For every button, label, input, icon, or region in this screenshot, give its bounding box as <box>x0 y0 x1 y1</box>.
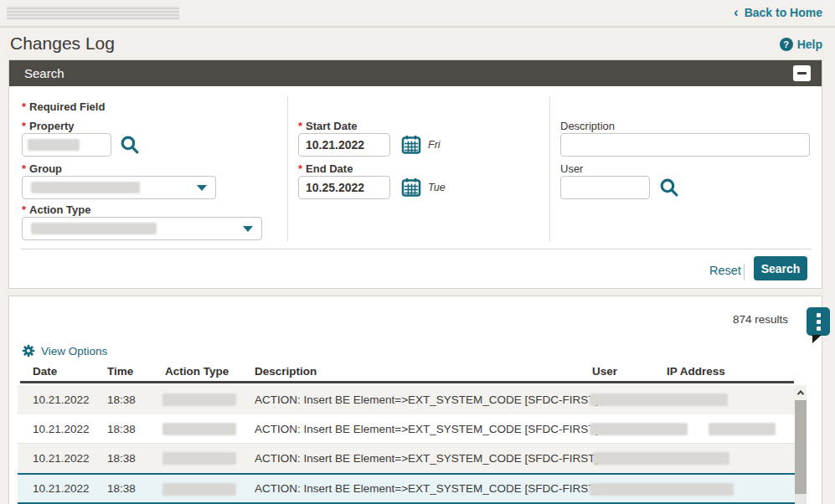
table-scrollbar[interactable] <box>795 385 807 504</box>
redacted-action-type <box>162 393 236 406</box>
kebab-menu-icon <box>817 313 821 317</box>
required-asterisk-icon: * <box>22 100 26 113</box>
view-options-label: View Options <box>41 345 107 357</box>
search-button[interactable]: Search <box>754 256 807 280</box>
cell-time: 18:38 <box>107 444 136 473</box>
results-panel: 874 results View Options Date Time Actio… <box>8 296 822 504</box>
scroll-up-button[interactable] <box>795 385 807 400</box>
group-label: *Group <box>22 162 62 175</box>
column-divider <box>287 96 288 241</box>
column-header-time: Time <box>107 365 133 378</box>
required-asterisk-icon: * <box>22 162 26 175</box>
cell-date: 10.21.2022 <box>33 385 90 414</box>
user-label: User <box>560 162 583 175</box>
redacted-group-value <box>31 182 140 193</box>
scrollbar-thumb[interactable] <box>795 400 807 494</box>
redacted-breadcrumb <box>7 6 179 20</box>
description-input[interactable] <box>560 133 810 157</box>
action-type-label: *Action Type <box>22 203 91 216</box>
redacted-user-ip <box>590 483 734 496</box>
back-to-home-link[interactable]: ‹ Back to Home <box>734 6 822 19</box>
cell-time: 18:38 <box>107 414 136 443</box>
redacted-user-ip <box>590 393 728 406</box>
property-input[interactable] <box>22 133 111 157</box>
collapse-panel-button[interactable] <box>793 65 811 81</box>
page-title: Changes Log <box>10 33 115 54</box>
search-icon <box>658 177 679 198</box>
column-header-date: Date <box>33 365 57 378</box>
view-options-button[interactable]: View Options <box>22 344 107 357</box>
column-header-user: User <box>592 365 617 378</box>
end-date-label: *End Date <box>298 162 353 175</box>
required-asterisk-icon: * <box>298 120 302 132</box>
back-to-home-label: Back to Home <box>745 6 822 19</box>
required-asterisk-icon: * <box>22 120 26 132</box>
required-asterisk-icon: * <box>22 203 26 216</box>
panel-actions-button[interactable] <box>807 307 830 336</box>
column-header-ip-address: IP Address <box>667 365 725 378</box>
button-row-divider <box>21 249 812 249</box>
table-row[interactable]: 10.21.2022 18:38 ACTION: Insert BE Eleme… <box>18 414 795 444</box>
table-row[interactable]: 10.21.2022 18:38 ACTION: Insert BE Eleme… <box>18 385 795 414</box>
redacted-user <box>590 423 688 435</box>
start-date-input[interactable] <box>298 133 390 157</box>
search-panel: Search *Required Field *Property *Group … <box>8 59 822 289</box>
property-search-button[interactable] <box>119 134 140 155</box>
end-date-input[interactable] <box>298 176 390 199</box>
help-label: Help <box>797 38 822 51</box>
redacted-user-ip <box>593 452 729 465</box>
column-divider <box>549 96 550 241</box>
results-count: 874 results <box>733 313 788 326</box>
cell-date: 10.21.2022 <box>33 475 90 502</box>
help-icon: ? <box>780 38 793 51</box>
top-bar: ‹ Back to Home <box>0 0 835 28</box>
redacted-action-type <box>162 483 236 496</box>
start-date-weekday: Fri <box>428 139 441 151</box>
table-row[interactable]: 10.21.2022 18:38 ACTION: Insert BE Eleme… <box>18 444 795 473</box>
chevron-down-icon <box>243 226 253 232</box>
panel-actions-tail <box>812 335 822 343</box>
button-separator <box>744 264 745 280</box>
redacted-action-type <box>162 452 236 465</box>
chevron-up-icon <box>797 390 804 397</box>
user-search-button[interactable] <box>658 177 679 198</box>
search-panel-header: Search <box>9 60 822 86</box>
cell-description: ACTION: Insert BE Element=>EXT_SYSTEM_CO… <box>255 414 622 443</box>
search-panel-title: Search <box>24 66 64 80</box>
cell-time: 18:38 <box>107 385 136 414</box>
redacted-ip-address <box>709 423 776 435</box>
redacted-action-type-value <box>31 223 157 234</box>
description-label: Description <box>560 120 615 132</box>
property-label: *Property <box>22 120 75 132</box>
redacted-action-type <box>162 423 236 435</box>
minus-icon <box>797 72 807 75</box>
start-date-calendar-button[interactable] <box>401 134 421 155</box>
table-row-selected[interactable]: 10.21.2022 18:38 ACTION: Insert BE Eleme… <box>18 473 795 504</box>
help-link[interactable]: ? Help <box>780 38 822 51</box>
chevron-left-icon: ‹ <box>734 7 739 18</box>
calendar-icon <box>401 134 421 155</box>
search-icon <box>119 134 140 155</box>
end-date-calendar-button[interactable] <box>401 177 421 198</box>
column-header-action-type: Action Type <box>165 365 229 378</box>
kebab-menu-icon <box>817 320 821 324</box>
redacted-property-value <box>28 139 80 151</box>
cell-date: 10.21.2022 <box>33 444 90 473</box>
cell-date: 10.21.2022 <box>33 414 90 443</box>
calendar-icon <box>401 177 421 198</box>
kebab-menu-icon <box>817 327 821 331</box>
reset-button[interactable]: Reset <box>709 264 741 277</box>
start-date-label: *Start Date <box>298 120 357 132</box>
chevron-down-icon <box>197 185 207 191</box>
user-input[interactable] <box>560 176 650 199</box>
gear-icon <box>22 344 35 357</box>
end-date-weekday: Tue <box>428 182 446 193</box>
cell-description: ACTION: Insert BE Element=>EXT_SYSTEM_CO… <box>255 385 622 414</box>
required-asterisk-icon: * <box>298 162 302 175</box>
action-type-dropdown[interactable] <box>22 217 262 240</box>
group-dropdown[interactable] <box>22 176 216 199</box>
cell-description: ACTION: Insert BE Element=>EXT_SYSTEM_CO… <box>255 475 622 502</box>
required-field-note: *Required Field <box>22 100 105 113</box>
column-header-description: Description <box>255 365 317 378</box>
cell-time: 18:38 <box>107 475 136 502</box>
